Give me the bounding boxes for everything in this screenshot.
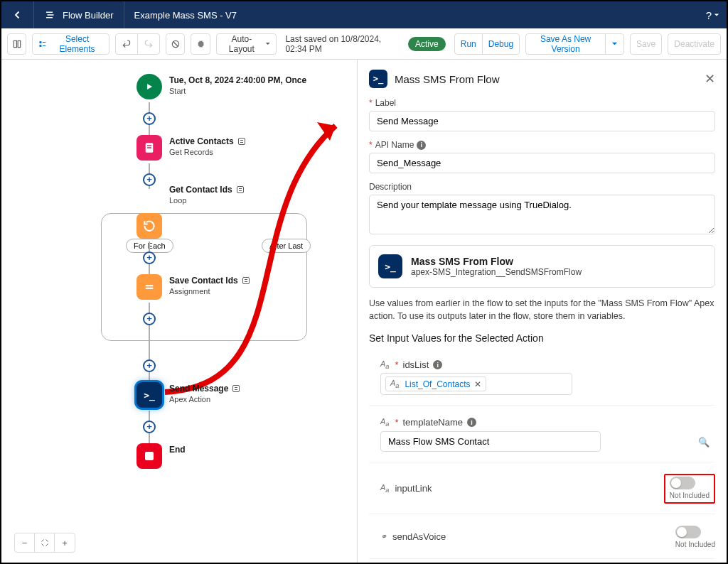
link-type-icon: ⚭	[380, 532, 387, 541]
info-icon[interactable]: i	[433, 360, 442, 369]
chevron-down-icon	[714, 12, 719, 18]
flow-node-active-contacts[interactable]: Active Contacts Get Records	[136, 135, 306, 163]
redo-icon	[144, 39, 154, 49]
description-label: Description	[369, 182, 715, 192]
details-icon	[237, 186, 244, 193]
add-element-button[interactable]: +	[143, 313, 156, 325]
add-element-button[interactable]: +	[143, 421, 156, 433]
flow-node-send-message[interactable]: >_ Send Message Apex Action	[136, 382, 306, 411]
sendAsVoice-toggle[interactable]	[675, 526, 701, 538]
get-records-icon	[136, 135, 162, 161]
svg-rect-6	[147, 145, 151, 146]
action-api: apex-SMS_Integration__SendSMSFromFlow	[411, 267, 582, 277]
input-inputLink: AainputLink Not Included	[369, 468, 715, 514]
redo-button[interactable]	[137, 33, 160, 55]
remove-pill-icon[interactable]: ✕	[474, 379, 481, 389]
toolbar: Select Elements Auto-Layout Last saved o…	[1, 28, 727, 60]
info-icon[interactable]: i	[417, 141, 426, 150]
text-type-icon: Aa	[380, 483, 389, 494]
input-templateName: Aa*templateNamei 🔍	[369, 411, 715, 462]
debug-button[interactable]: Debug	[482, 33, 520, 55]
add-element-button[interactable]: +	[143, 359, 156, 372]
status-badge: Active	[408, 37, 446, 51]
zoom-in-button[interactable]: +	[55, 533, 75, 552]
resource-pill[interactable]: AaList_Of_Contacts✕	[385, 376, 486, 391]
save-button[interactable]: Save	[630, 33, 662, 55]
apex-action-icon: >_	[136, 382, 162, 408]
api-name-input[interactable]	[369, 153, 715, 173]
search-icon: 🔍	[698, 437, 710, 448]
deactivate-button[interactable]: Deactivate	[668, 33, 721, 55]
select-elements-button[interactable]: Select Elements	[32, 33, 109, 55]
settings-button[interactable]	[191, 33, 210, 55]
svg-rect-0	[14, 40, 16, 47]
close-panel-button[interactable]: ✕	[705, 71, 715, 87]
api-name-label: *API Namei	[369, 140, 715, 150]
flow-node-start[interactable]: Tue, Oct 8, 2024 2:40:00 PM, Once Start	[136, 74, 306, 102]
svg-rect-7	[147, 147, 151, 148]
idsList-input[interactable]: AaList_Of_Contacts✕	[380, 373, 572, 395]
top-bar: Flow Builder Example Mass SMS - V7 ?	[1, 1, 727, 28]
details-icon	[242, 277, 250, 284]
description-input[interactable]: Send your template message using TrueDia…	[369, 195, 715, 234]
zoom-out-button[interactable]: −	[15, 533, 35, 552]
action-summary-card[interactable]: >_ Mass SMS From Flow apex-SMS_Integrati…	[369, 245, 715, 288]
flow-node-end: End	[136, 443, 306, 472]
save-as-button[interactable]: Save As New Version	[525, 33, 606, 55]
save-as-menu-button[interactable]	[605, 33, 624, 55]
chevron-down-icon	[611, 40, 618, 47]
undo-button[interactable]	[115, 33, 138, 55]
last-saved-text: Last saved on 10/8/2024, 02:34 PM	[285, 34, 400, 54]
panel-help-text: Use values from earlier in the flow to s…	[369, 298, 715, 322]
loop-icon	[136, 213, 162, 239]
flow-canvas[interactable]: For Each After Last Tue, Oct 8, 2024 2:4…	[1, 60, 357, 563]
assignment-icon	[136, 274, 162, 300]
add-element-button[interactable]: +	[143, 251, 156, 264]
panel-title: Mass SMS From Flow	[395, 73, 697, 85]
chevron-down-icon	[265, 40, 271, 47]
inputLink-toggle[interactable]	[670, 477, 695, 489]
input-idsList: Aa*idsListi AaList_Of_Contacts✕	[369, 354, 715, 406]
flow-builder-icon	[44, 9, 57, 21]
prohibit-button[interactable]	[166, 33, 185, 55]
details-icon	[238, 138, 245, 145]
action-name: Mass SMS From Flow	[411, 256, 582, 267]
app-title: Flow Builder	[63, 10, 114, 21]
details-icon	[232, 385, 240, 392]
apex-action-icon: >_	[378, 254, 402, 278]
checklist-icon	[38, 39, 47, 49]
flow-node-save-contact-ids[interactable]: Save Contact Ids Assignment	[136, 274, 306, 303]
label-input[interactable]	[369, 111, 715, 131]
info-icon[interactable]: i	[467, 418, 476, 427]
label-field-label: *Label	[369, 98, 715, 108]
add-element-button[interactable]: +	[143, 173, 156, 186]
svg-rect-9	[146, 288, 154, 289]
zoom-fit-button[interactable]	[35, 533, 55, 552]
run-button[interactable]: Run	[454, 33, 483, 55]
section-title: Set Input Values for the Selected Action	[369, 332, 715, 344]
annotation-highlight: Not Included	[664, 474, 715, 504]
gear-icon	[196, 39, 205, 49]
canvas-mode-button[interactable]	[7, 33, 26, 55]
layout-mode-select[interactable]: Auto-Layout	[216, 33, 277, 55]
templateName-input[interactable]	[380, 431, 601, 452]
undo-redo-group	[115, 33, 160, 55]
record-name[interactable]: Example Mass SMS - V7	[124, 10, 247, 21]
svg-rect-2	[40, 41, 42, 43]
run-debug-group: Run Debug	[454, 33, 520, 55]
input-sendAsVoice: ⚭sendAsVoice Not Included	[369, 520, 715, 559]
apex-action-icon: >_	[369, 70, 387, 88]
save-as-group: Save As New Version	[525, 33, 624, 55]
undo-icon	[122, 39, 132, 49]
text-type-icon: Aa	[380, 417, 389, 428]
end-icon	[136, 443, 162, 469]
svg-rect-8	[146, 285, 154, 286]
help-button[interactable]: ?	[706, 9, 719, 21]
svg-rect-1	[18, 40, 21, 47]
add-element-button[interactable]: +	[143, 112, 156, 125]
play-icon	[136, 74, 162, 99]
rectangle-icon	[12, 39, 22, 49]
back-button[interactable]	[1, 1, 34, 28]
app-title-block: Flow Builder	[34, 1, 124, 28]
svg-rect-3	[40, 44, 42, 46]
